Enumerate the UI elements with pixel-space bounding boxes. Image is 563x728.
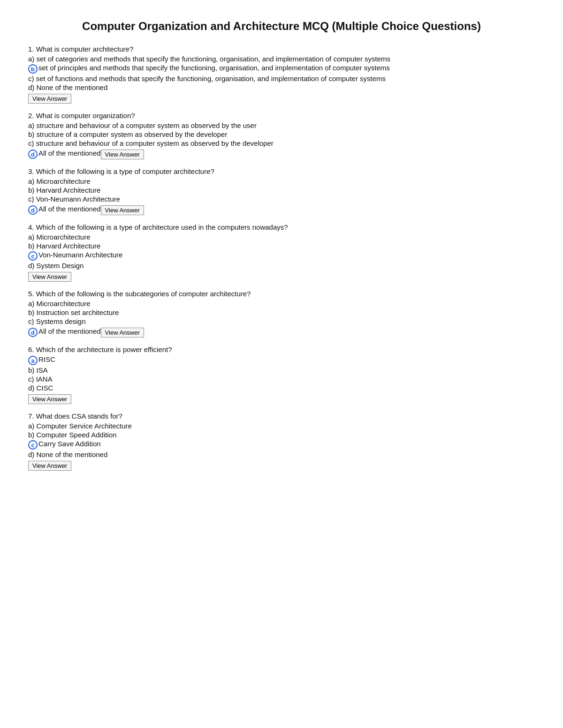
question-4-option-c: cVon-Neumann Architecture	[28, 251, 122, 261]
option-text-a: RISC	[38, 355, 55, 363]
question-3-option-b: b) Harvard Architecture	[28, 186, 535, 194]
question-4-option-d: d) System Design	[28, 262, 535, 270]
view-answer-btn-2[interactable]: View Answer	[101, 150, 144, 159]
circle-c: c	[28, 440, 38, 450]
question-4-option-a: a) Microarchitecture	[28, 233, 535, 241]
question-5-option-d: dAll of the mentioned	[28, 327, 101, 337]
question-5-option-b: b) Instruction set architecture	[28, 308, 535, 316]
question-2-option-c: c) structure and behaviour of a computer…	[28, 139, 535, 147]
question-3-option-a: a) Microarchitecture	[28, 177, 535, 185]
question-5-option-a: a) Microarchitecture	[28, 300, 535, 308]
question-6: 6. Which of the architecture is power ef…	[28, 345, 535, 405]
circle-b: b	[28, 64, 38, 74]
question-2-text: 2. What is computer organization?	[28, 112, 535, 120]
view-answer-btn-1[interactable]: View Answer	[28, 94, 71, 104]
circle-a: a	[28, 356, 38, 365]
question-5-option-c: c) Systems design	[28, 317, 535, 325]
question-4-text: 4. Which of the following is a type of a…	[28, 223, 535, 231]
question-7-option-a: a) Computer Service Architecture	[28, 422, 535, 430]
question-1-option-d: d) None of the mentioned	[28, 83, 535, 91]
questions-container: 1. What is computer architecture?a) set …	[28, 45, 535, 472]
question-2-option-b: b) structure of a computer system as obs…	[28, 130, 535, 138]
question-6-option-d: d) CISC	[28, 384, 535, 392]
option-text-d: All of the mentioned	[38, 327, 101, 335]
question-6-option-b: b) ISA	[28, 366, 535, 374]
question-1-option-c: c) set of functions and methods that spe…	[28, 75, 535, 83]
question-5-text: 5. Which of the following is the subcate…	[28, 290, 535, 298]
question-1-option-b: bset of principles and methods that spec…	[28, 64, 390, 74]
option-text-d: All of the mentioned	[38, 149, 101, 157]
question-1: 1. What is computer architecture?a) set …	[28, 45, 535, 105]
circle-d: d	[28, 328, 38, 337]
circle-d: d	[28, 205, 38, 215]
question-3-text: 3. Which of the following is a type of c…	[28, 167, 535, 175]
circle-c: c	[28, 251, 38, 261]
question-2: 2. What is computer organization?a) stru…	[28, 112, 535, 161]
question-4: 4. Which of the following is a type of a…	[28, 223, 535, 283]
question-3: 3. Which of the following is a type of c…	[28, 167, 535, 217]
question-2-option-d: dAll of the mentioned	[28, 149, 101, 159]
question-7: 7. What does CSA stands for?a) Computer …	[28, 412, 535, 472]
question-1-text: 1. What is computer architecture?	[28, 45, 535, 53]
question-3-option-c: c) Von-Neumann Architecture	[28, 195, 535, 203]
view-answer-btn-4[interactable]: View Answer	[28, 272, 71, 282]
question-1-option-a: a) set of categories and methods that sp…	[28, 55, 535, 63]
page-title: Computer Organization and Architecture M…	[28, 19, 535, 34]
question-5: 5. Which of the following is the subcate…	[28, 290, 535, 339]
view-answer-btn-6[interactable]: View Answer	[28, 394, 71, 404]
question-7-option-d: d) None of the mentioned	[28, 450, 535, 458]
question-3-option-d: dAll of the mentioned	[28, 205, 101, 215]
view-answer-btn-7[interactable]: View Answer	[28, 461, 71, 471]
question-6-option-a: aRISC	[28, 355, 55, 365]
option-text-c: Von-Neumann Architecture	[38, 251, 122, 259]
circle-d: d	[28, 150, 38, 159]
question-2-option-a: a) structure and behaviour of a computer…	[28, 121, 535, 129]
question-6-text: 6. Which of the architecture is power ef…	[28, 345, 535, 353]
view-answer-btn-3[interactable]: View Answer	[101, 205, 144, 215]
option-text-b: set of principles and methods that speci…	[38, 64, 390, 72]
view-answer-btn-5[interactable]: View Answer	[101, 328, 144, 338]
question-4-option-b: b) Harvard Architecture	[28, 242, 535, 250]
question-7-text: 7. What does CSA stands for?	[28, 412, 535, 420]
question-7-option-b: b) Computer Speed Addition	[28, 431, 535, 439]
question-6-option-c: c) IANA	[28, 375, 535, 383]
option-text-c: Carry Save Addition	[38, 440, 101, 448]
option-text-d: All of the mentioned	[38, 205, 101, 213]
question-7-option-c: cCarry Save Addition	[28, 440, 101, 450]
